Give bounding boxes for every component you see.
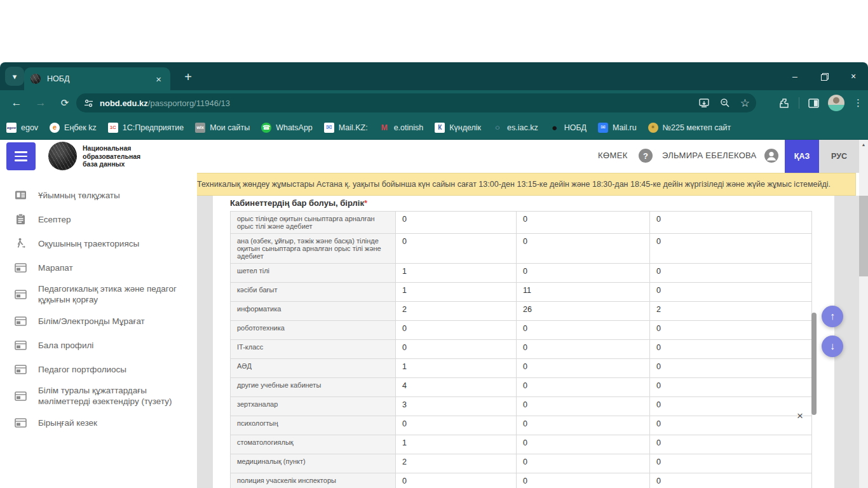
bookmark-item[interactable]: ✉Mail.ru (598, 123, 637, 133)
value-cell[interactable]: 1 (396, 435, 517, 454)
sidebar-item[interactable]: Есептер (0, 207, 197, 231)
bookmark-item[interactable]: 1С1С:Предприятие (108, 123, 184, 133)
value-cell[interactable]: 1 (396, 264, 517, 283)
bookmark-item[interactable]: ●НОБД (550, 123, 587, 133)
minimize-button[interactable]: – (780, 62, 810, 90)
value-cell[interactable]: 4 (396, 378, 517, 397)
value-cell[interactable]: 0 (517, 416, 650, 435)
value-cell[interactable]: 0 (396, 473, 517, 488)
value-cell[interactable]: 0 (396, 234, 517, 264)
scroll-down-button[interactable]: ↓ (822, 336, 843, 357)
value-cell[interactable]: 1 (396, 359, 517, 378)
value-cell[interactable]: 0 (650, 416, 812, 435)
bookmark-item[interactable]: ✶№225 мектеп сайт (648, 123, 731, 133)
value-cell[interactable]: 2 (650, 302, 812, 321)
value-cell[interactable]: 0 (396, 321, 517, 340)
value-cell[interactable]: 11 (517, 283, 650, 302)
table-scrollbar-thumb[interactable] (811, 313, 817, 415)
bookmark-item[interactable]: Me.otinish (379, 123, 424, 133)
scrollbar-up-arrow-icon[interactable]: ▲ (859, 142, 868, 147)
value-cell[interactable]: 0 (517, 340, 650, 359)
lang-rus-button[interactable]: РУС (819, 140, 859, 173)
value-cell[interactable]: 3 (396, 397, 517, 416)
sidebar-item[interactable]: Марапат (0, 255, 197, 280)
bookmark-item[interactable]: wixМои сайты (195, 123, 250, 133)
value-cell[interactable]: 0 (650, 473, 812, 488)
sidebar-item[interactable]: Оқушының траекториясы (0, 231, 197, 255)
value-cell[interactable]: 0 (517, 234, 650, 264)
sidebar-item[interactable]: Білім/Электронды Мұрағат (0, 309, 197, 333)
value-cell[interactable]: 0 (650, 435, 812, 454)
value-cell[interactable]: 26 (517, 302, 650, 321)
bookmark-item[interactable]: eЕңбек kz (50, 123, 97, 133)
value-cell[interactable]: 0 (650, 359, 812, 378)
browser-tab[interactable]: НОБД × (24, 67, 170, 90)
site-info-icon[interactable] (84, 98, 93, 108)
bookmark-label: НОБД (564, 123, 587, 132)
value-cell[interactable]: 0 (517, 359, 650, 378)
restore-button[interactable] (810, 62, 839, 90)
value-cell[interactable]: 0 (650, 234, 812, 264)
value-cell[interactable]: 0 (650, 340, 812, 359)
reload-icon[interactable]: ⟳ (56, 90, 74, 116)
value-cell[interactable]: 0 (517, 378, 650, 397)
value-cell[interactable]: 0 (517, 454, 650, 473)
user-name[interactable]: ЭЛЬМИРА ЕБЕЛЕКОВА (662, 151, 757, 160)
value-cell[interactable]: 0 (650, 321, 812, 340)
save-to-device-icon[interactable] (699, 98, 710, 108)
bookmark-item[interactable]: ✉Mail.KZ: (324, 123, 368, 133)
bookmark-item[interactable]: egovegov (6, 123, 38, 133)
value-cell[interactable]: 0 (650, 397, 812, 416)
value-cell[interactable]: 0 (517, 473, 650, 488)
value-cell[interactable]: 0 (650, 264, 812, 283)
value-cell[interactable]: 2 (396, 302, 517, 321)
value-cell[interactable]: 2 (396, 454, 517, 473)
zoom-icon[interactable] (720, 98, 730, 108)
menu-kebab-icon[interactable]: ⋮ (853, 97, 863, 109)
page-scrollbar-thumb[interactable] (859, 196, 868, 276)
profile-avatar[interactable] (828, 95, 844, 111)
tab-search-chevron-icon[interactable]: ▾ (5, 67, 24, 86)
sidebar-item[interactable]: Бірыңғай кезек (0, 410, 197, 435)
new-tab-button[interactable]: + (179, 68, 197, 86)
lang-kaz-button[interactable]: ҚАЗ (785, 140, 819, 173)
value-cell[interactable]: 1 (396, 283, 517, 302)
sidebar-item[interactable]: Педагог портфолиосы (0, 357, 197, 381)
help-question-icon[interactable]: ? (639, 149, 653, 163)
sidebar-item[interactable]: Ұйымның төлқұжаты (0, 183, 197, 207)
bookmark-item[interactable]: ККүнделік (435, 123, 481, 133)
address-bar[interactable]: nobd.edu.kz/passportorg/11946/13 ☆ (76, 93, 756, 112)
tab-title: НОБД (47, 74, 153, 83)
close-button[interactable]: × (839, 62, 868, 90)
scroll-up-button[interactable]: ↑ (822, 306, 843, 327)
back-icon[interactable]: ← (8, 90, 25, 116)
account-icon[interactable] (764, 148, 779, 163)
hamburger-menu-button[interactable] (6, 142, 36, 170)
extensions-puzzle-icon[interactable] (779, 98, 790, 109)
side-panel-icon[interactable] (808, 98, 819, 108)
bookmark-item[interactable]: ○es.iac.kz (492, 123, 538, 133)
sidebar-item[interactable]: Білім туралы құжаттардағы мәліметтерді ө… (0, 381, 197, 410)
page-scrollbar[interactable]: ▲ (859, 140, 868, 488)
clear-value-icon[interactable]: × (793, 409, 807, 423)
value-cell[interactable]: 0 (517, 212, 650, 234)
bookmark-star-icon[interactable]: ☆ (740, 97, 750, 110)
tab-close-icon[interactable]: × (153, 74, 164, 85)
forward-icon[interactable]: → (32, 90, 50, 116)
sidebar-item[interactable]: Педагогикалық этика және педагог құқығын… (0, 280, 197, 309)
value-cell[interactable]: 0 (517, 435, 650, 454)
help-link[interactable]: КӨМЕК (598, 151, 628, 160)
sidebar-item[interactable]: Бала профилі (0, 333, 197, 357)
value-cell[interactable]: 0 (517, 264, 650, 283)
value-cell[interactable]: 0 (650, 212, 812, 234)
value-cell[interactable]: 0 (396, 212, 517, 234)
value-cell[interactable]: 0 (517, 321, 650, 340)
value-cell[interactable]: 0 (396, 416, 517, 435)
value-cell[interactable]: 0 (650, 378, 812, 397)
bookmark-item[interactable]: ☎WhatsApp (261, 123, 313, 133)
value-cell[interactable]: 0 (650, 454, 812, 473)
value-cell[interactable]: 0 (517, 397, 650, 416)
value-cell[interactable]: 0 (650, 283, 812, 302)
value-cell[interactable]: 0 (396, 340, 517, 359)
table-row: психологтың000 (231, 416, 812, 435)
